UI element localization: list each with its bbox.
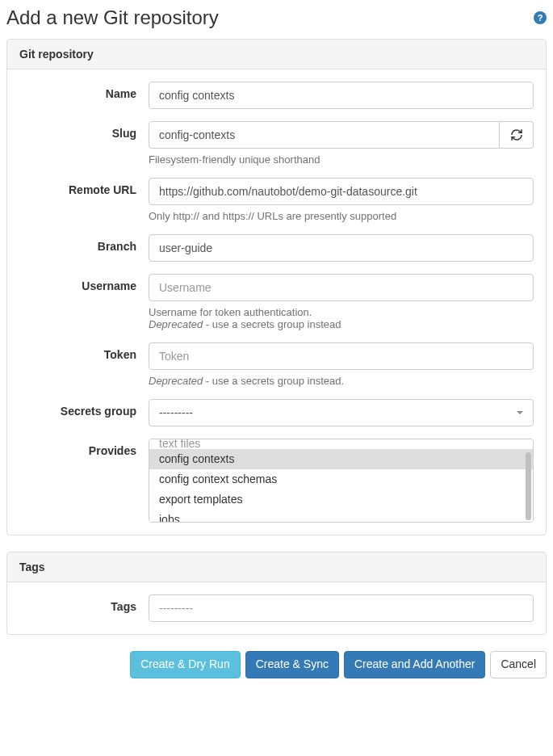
button-row: Create & Dry Run Create & Sync Create an… (6, 651, 547, 678)
create-dry-run-button[interactable]: Create & Dry Run (130, 651, 240, 678)
secrets-group-label: Secrets group (19, 399, 149, 426)
panel-heading-tags: Tags (7, 552, 546, 582)
slug-input[interactable] (149, 121, 500, 149)
name-label: Name (19, 82, 149, 109)
secrets-group-select[interactable]: --------- (149, 399, 534, 426)
branch-input[interactable] (149, 234, 534, 262)
name-input[interactable] (149, 82, 534, 109)
remote-url-help: Only http:// and https:// URLs are prese… (149, 210, 534, 222)
refresh-icon (510, 128, 523, 141)
git-repository-panel: Git repository Name Slug (6, 39, 547, 536)
panel-heading-git: Git repository (7, 40, 546, 69)
cancel-button[interactable]: Cancel (490, 651, 547, 678)
provides-label: Provides (19, 439, 149, 523)
tags-panel: Tags Tags --------- (6, 552, 547, 635)
provides-option-export-templates[interactable]: export templates (149, 489, 533, 510)
slug-refresh-button[interactable] (500, 121, 534, 149)
provides-option-config-contexts[interactable]: config contexts (149, 449, 533, 469)
tags-input[interactable]: --------- (149, 594, 534, 622)
page-title: Add a new Git repository (6, 6, 219, 29)
username-help: Username for token authentication. Depre… (149, 306, 534, 330)
slug-help: Filesystem-friendly unique shorthand (149, 153, 534, 166)
create-sync-button[interactable]: Create & Sync (245, 651, 339, 678)
token-label: Token (19, 342, 149, 387)
create-add-another-button[interactable]: Create and Add Another (344, 651, 485, 678)
help-icon[interactable]: ? (534, 11, 547, 24)
remote-url-label: Remote URL (19, 178, 149, 222)
tags-placeholder: --------- (159, 602, 193, 615)
provides-option-config-context-schemas[interactable]: config context schemas (149, 469, 533, 489)
scrollbar[interactable] (526, 452, 531, 520)
provides-option-jobs[interactable]: jobs (149, 510, 533, 523)
provides-option-partial[interactable]: text files (149, 439, 533, 449)
remote-url-input[interactable] (149, 178, 534, 205)
branch-label: Branch (19, 234, 149, 262)
username-input[interactable] (149, 274, 534, 301)
secrets-group-selected: --------- (159, 406, 193, 419)
tags-label: Tags (19, 594, 149, 622)
provides-multiselect[interactable]: text files config contexts config contex… (149, 439, 534, 523)
slug-label: Slug (19, 121, 149, 166)
token-input[interactable] (149, 342, 534, 370)
chevron-down-icon (517, 411, 523, 414)
token-help: Deprecated - use a secrets group instead… (149, 375, 534, 387)
username-label: Username (19, 274, 149, 330)
